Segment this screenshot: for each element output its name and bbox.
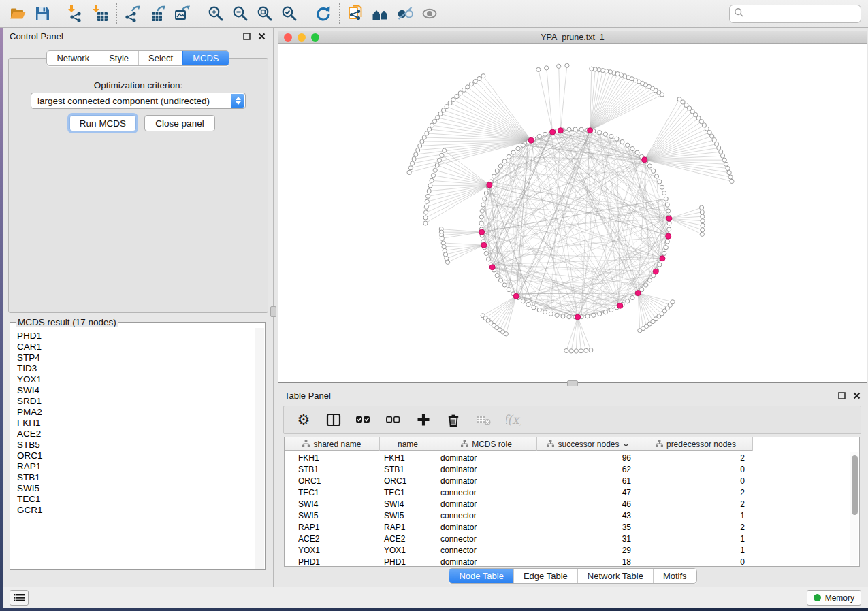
cell-shared-name: ACE2	[285, 533, 380, 544]
zoom-in-icon[interactable]	[204, 2, 228, 25]
mcds-result-item[interactable]: SWI5	[17, 483, 254, 494]
import-network-icon[interactable]	[63, 2, 88, 25]
list-icon	[14, 593, 25, 602]
cell-predecessor-nodes: 1	[639, 533, 753, 544]
tab-mcds[interactable]: MCDS	[182, 51, 228, 65]
table-row-RAP1[interactable]: RAP1RAP1dominator352	[285, 521, 753, 533]
network-canvas[interactable]	[278, 44, 867, 382]
hide-glasses-icon[interactable]	[393, 2, 417, 25]
mcds-result-item[interactable]: SWI4	[17, 385, 254, 396]
tab-edge-table[interactable]: Edge Table	[513, 569, 577, 583]
memory-status-icon	[814, 594, 821, 601]
export-table-icon[interactable]	[146, 2, 170, 25]
delete-column-icon[interactable]	[445, 411, 462, 429]
toolbar-separator	[116, 3, 117, 24]
cell-shared-name: SWI4	[285, 498, 380, 510]
table-row-STB1[interactable]: STB1STB1dominator620	[285, 463, 753, 475]
mcds-result-item[interactable]: TID3	[17, 363, 254, 374]
tab-select[interactable]: Select	[138, 51, 182, 65]
column-header-predecessor-nodes[interactable]: predecessor nodes	[639, 437, 753, 451]
search-icon	[734, 7, 744, 20]
clear-checkboxes-icon[interactable]	[385, 411, 402, 429]
cell-shared-name: PHD1	[285, 556, 380, 567]
export-network-icon[interactable]	[121, 2, 146, 25]
optimization-criterion-select[interactable]: largest connected component (undirected)	[31, 93, 246, 109]
save-session-icon[interactable]	[30, 2, 54, 25]
mcds-result-item[interactable]: TEC1	[17, 494, 254, 505]
mcds-result-item[interactable]: PHD1	[17, 331, 254, 342]
split-view-icon[interactable]	[325, 411, 342, 429]
tab-network-table[interactable]: Network Table	[577, 569, 653, 583]
mcds-result-item[interactable]: CAR1	[17, 342, 254, 352]
memory-button[interactable]: Memory	[807, 590, 861, 606]
settings-icon[interactable]: ⚙	[295, 411, 312, 429]
refresh-layout-icon[interactable]	[310, 2, 335, 25]
first-neighbors-icon[interactable]	[368, 2, 393, 25]
column-header-successor-nodes[interactable]: successor nodes	[537, 437, 639, 451]
cell-shared-name: ORC1	[285, 475, 380, 486]
open-file-icon[interactable]	[5, 2, 30, 25]
toolbar-separator	[59, 3, 59, 24]
mcds-result-list[interactable]: PHD1CAR1STP4TID3YOX1SWI4SRD1PMA2FKH1ACE2…	[11, 329, 254, 569]
table-panel-tabs: Node TableEdge TableNetwork TableMotifs	[278, 568, 868, 584]
mcds-result-item[interactable]: YOX1	[17, 374, 254, 385]
table-panel: Table Panel ⚙f(x) shared namenameMCDS ro…	[278, 387, 868, 587]
table-row-ORC1[interactable]: ORC1ORC1dominator610	[285, 475, 753, 486]
tab-network[interactable]: Network	[47, 51, 99, 65]
select-all-checkboxes-icon[interactable]	[355, 411, 372, 429]
mcds-result-item[interactable]: ORC1	[17, 450, 254, 461]
column-header-MCDS-role[interactable]: MCDS role	[436, 437, 537, 451]
close-panel-button[interactable]: Close panel	[144, 115, 215, 131]
sort-descending-icon	[623, 440, 629, 449]
mcds-result-item[interactable]: STP4	[17, 352, 254, 363]
main-toolbar	[0, 0, 868, 28]
table-row-YOX1[interactable]: YOX1YOX1connector291	[285, 544, 753, 556]
export-image-icon[interactable]	[170, 2, 195, 25]
column-header-name[interactable]: name	[380, 437, 436, 451]
search-input[interactable]	[744, 7, 864, 21]
mcds-result-item[interactable]: SRD1	[17, 396, 254, 407]
cell-successor-nodes: 62	[537, 463, 639, 475]
column-header-shared-name[interactable]: shared name	[285, 437, 380, 451]
search-box[interactable]	[729, 5, 861, 23]
show-eye-icon[interactable]	[417, 2, 442, 25]
mcds-result-item[interactable]: FKH1	[17, 418, 254, 429]
run-mcds-button[interactable]: Run MCDS	[69, 115, 136, 131]
import-table-icon[interactable]	[88, 2, 112, 25]
cell-successor-nodes: 96	[537, 452, 639, 463]
mcds-result-item[interactable]: RAP1	[17, 461, 254, 472]
cell-MCDS-role: connector	[436, 533, 537, 544]
mcds-result-item[interactable]: STB1	[17, 472, 254, 483]
mcds-result-item[interactable]: GCR1	[17, 505, 254, 516]
task-history-button[interactable]	[10, 590, 29, 606]
float-panel-icon[interactable]	[242, 31, 251, 41]
zoom-fit-icon[interactable]	[253, 2, 277, 25]
table-scrollbar[interactable]	[850, 452, 858, 565]
tab-motifs[interactable]: Motifs	[653, 569, 696, 583]
mcds-list-scrollbar[interactable]	[255, 328, 264, 569]
table-row-TEC1[interactable]: TEC1TEC1connector472	[285, 486, 753, 498]
svg-text:f(x): f(x)	[506, 412, 521, 427]
table-row-ACE2[interactable]: ACE2ACE2connector311	[285, 533, 753, 544]
cell-predecessor-nodes: 0	[639, 556, 753, 567]
network-window-titlebar[interactable]: YPA_prune.txt_1	[278, 31, 867, 44]
mcds-result-item[interactable]: ACE2	[17, 429, 254, 440]
table-row-FKH1[interactable]: FKH1FKH1dominator962	[285, 452, 753, 463]
control-panel: Control Panel Optimization criterion: la…	[3, 28, 274, 587]
close-panel-icon[interactable]	[257, 31, 266, 41]
table-row-SWI4[interactable]: SWI4SWI4dominator462	[285, 498, 753, 510]
table-row-SWI5[interactable]: SWI5SWI5connector431	[285, 510, 753, 521]
zoom-selected-icon[interactable]	[277, 2, 302, 25]
add-column-icon[interactable]	[415, 411, 432, 429]
network-from-document-icon[interactable]	[344, 2, 368, 25]
cell-name: YOX1	[380, 544, 436, 556]
table-row-PHD1[interactable]: PHD1PHD1dominator180	[285, 556, 753, 567]
mcds-result-item[interactable]: PMA2	[17, 407, 254, 418]
float-table-panel-icon[interactable]	[837, 391, 846, 400]
svg-text:⚙: ⚙	[298, 412, 310, 427]
tab-style[interactable]: Style	[99, 51, 138, 65]
close-table-panel-icon[interactable]	[852, 391, 861, 400]
zoom-out-icon[interactable]	[228, 2, 253, 25]
tab-node-table[interactable]: Node Table	[449, 569, 513, 583]
mcds-result-item[interactable]: STB5	[17, 440, 254, 450]
